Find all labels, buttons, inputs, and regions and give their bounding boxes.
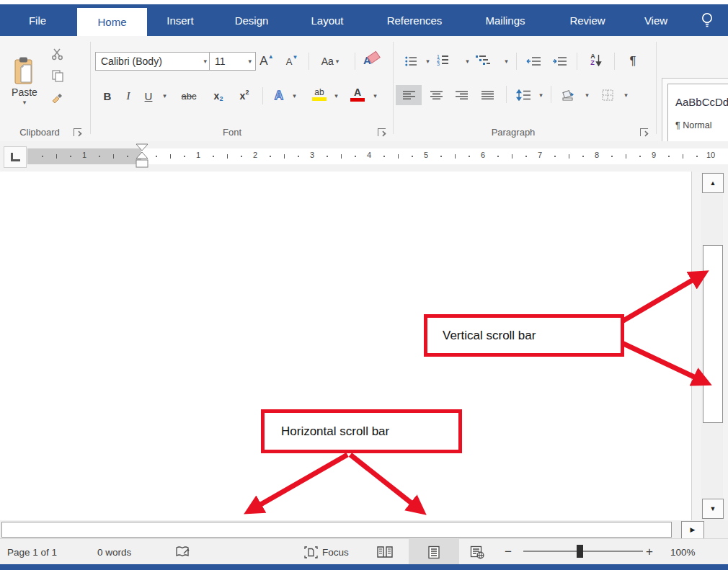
zoom-in-button[interactable]: + [646, 539, 653, 565]
tab-mailings[interactable]: Mailings [485, 14, 525, 27]
horizontal-scrollbar-callout: Horizontal scroll bar [261, 409, 462, 453]
numbering-dropdown[interactable]: ▾ [461, 52, 471, 71]
vertical-scrollbar-thumb[interactable] [703, 245, 723, 423]
font-dialog-launcher-icon[interactable] [378, 128, 386, 136]
ruler-dot [270, 156, 271, 157]
format-painter-button[interactable] [48, 88, 68, 107]
indent-markers[interactable] [136, 143, 148, 170]
paragraph-dialog-launcher-icon[interactable] [640, 128, 648, 136]
tab-stop-selector[interactable] [4, 146, 27, 168]
text-highlight-button[interactable]: ab [308, 85, 330, 104]
increase-indent-button[interactable] [548, 52, 571, 71]
tab-design[interactable]: Design [235, 14, 269, 27]
scroll-down-button[interactable]: ▼ [702, 499, 724, 519]
tab-review[interactable]: Review [569, 14, 605, 27]
zoom-level[interactable]: 100% [670, 539, 696, 565]
print-layout-button[interactable] [409, 539, 459, 565]
chevron-down-icon: ▾ [426, 58, 430, 65]
numbering-button[interactable]: 1 2 3 [437, 50, 458, 69]
read-mode-icon [376, 545, 394, 558]
align-center-button[interactable] [425, 85, 448, 105]
horizontal-scrollbar-callout-label: Horizontal scroll bar [281, 424, 389, 439]
horizontal-scrollbar-track[interactable] [1, 522, 672, 538]
page-indicator[interactable]: Page 1 of 1 [7, 539, 57, 565]
clipboard-dialog-launcher-icon[interactable] [74, 128, 81, 136]
ruler-dot [184, 156, 185, 157]
subscript-button[interactable]: x2 [208, 86, 229, 105]
ruler-tick [170, 154, 171, 159]
multilevel-dropdown[interactable]: ▾ [500, 52, 510, 71]
text-effects-dropdown[interactable]: ▾ [288, 86, 298, 105]
word-count[interactable]: 0 words [97, 539, 131, 565]
sort-button[interactable]: A Z [584, 50, 608, 69]
superscript-button[interactable]: x2 [234, 86, 255, 105]
web-layout-button[interactable] [470, 539, 484, 565]
separator [551, 86, 551, 103]
show-hide-pilcrow-button[interactable]: ¶ [623, 52, 643, 71]
bullets-button[interactable] [401, 52, 421, 71]
underline-button[interactable]: U [140, 86, 157, 105]
borders-button[interactable] [597, 85, 618, 105]
line-spacing-dropdown[interactable]: ▾ [535, 85, 545, 105]
zoom-slider-thumb[interactable] [577, 545, 583, 558]
decrease-indent-icon [526, 56, 541, 66]
borders-dropdown[interactable]: ▾ [620, 85, 630, 105]
proofing-status-icon[interactable] [175, 539, 191, 565]
ruler: 1 12345678910 [0, 141, 728, 172]
text-effects-button[interactable]: A [270, 86, 288, 105]
style-name-label: ¶ Normal [675, 120, 711, 130]
multilevel-list-button[interactable] [476, 50, 497, 69]
clear-formatting-button[interactable]: A [359, 50, 383, 69]
scroll-right-button[interactable]: ▶ [681, 521, 704, 539]
shading-dropdown[interactable]: ▾ [581, 85, 591, 105]
font-color-button[interactable]: A [347, 85, 368, 104]
copy-button[interactable] [48, 66, 68, 85]
align-left-button[interactable] [396, 85, 422, 105]
line-spacing-icon [516, 89, 531, 101]
separator [506, 86, 507, 103]
chevron-down-icon: ▾ [505, 58, 508, 65]
cut-button[interactable] [48, 45, 68, 63]
ruler-dot [127, 156, 128, 157]
chevron-down-icon: ▾ [373, 93, 377, 99]
italic-button[interactable]: I [120, 86, 137, 105]
up-triangle-icon: ▲ [268, 53, 274, 60]
read-mode-button[interactable] [376, 539, 394, 565]
strikethrough-button[interactable]: abc [176, 86, 202, 105]
justify-button[interactable] [475, 85, 500, 105]
highlight-dropdown[interactable]: ▾ [330, 86, 340, 105]
shading-button[interactable] [556, 85, 580, 105]
bold-button[interactable]: B [98, 86, 117, 105]
line-spacing-button[interactable] [512, 85, 535, 105]
tell-me-lightbulb-icon[interactable] [698, 10, 716, 30]
tab-insert[interactable]: Insert [167, 14, 194, 27]
font-name-combobox[interactable]: Calibri (Body) ▾ [95, 52, 211, 71]
zoom-slider-track[interactable] [523, 551, 643, 552]
tab-layout[interactable]: Layout [311, 14, 343, 27]
change-case-button[interactable]: Aa ▾ [314, 52, 346, 71]
ruler-tick [626, 154, 626, 159]
ruler-dot [582, 156, 584, 157]
paste-button[interactable]: Paste ▾ [6, 43, 43, 118]
tab-file[interactable]: File [29, 14, 46, 27]
decrease-indent-button[interactable] [522, 52, 545, 71]
font-size-combobox[interactable]: 11 ▾ [209, 52, 256, 71]
grow-font-button[interactable]: A ▲ [255, 52, 278, 71]
scroll-up-button[interactable]: ▲ [702, 173, 724, 193]
font-color-dropdown[interactable]: ▾ [369, 86, 379, 105]
shrink-font-button[interactable]: A ▼ [281, 52, 303, 71]
ruler-dot [241, 156, 242, 157]
align-right-button[interactable] [450, 85, 473, 105]
bullets-dropdown[interactable]: ▾ [422, 52, 432, 71]
tab-references[interactable]: References [387, 14, 443, 27]
style-normal-card[interactable]: AaBbCcDd ¶ Normal [667, 84, 728, 146]
focus-button[interactable]: Focus [304, 539, 349, 565]
ruler-dot [696, 156, 698, 157]
ruler-dot [611, 156, 613, 157]
underline-dropdown[interactable]: ▾ [159, 86, 169, 105]
tab-view[interactable]: View [644, 14, 667, 27]
group-separator [90, 42, 91, 134]
tab-home[interactable]: Home [77, 8, 147, 36]
zoom-out-button[interactable]: − [505, 539, 512, 565]
ruler-number: 5 [424, 151, 428, 159]
